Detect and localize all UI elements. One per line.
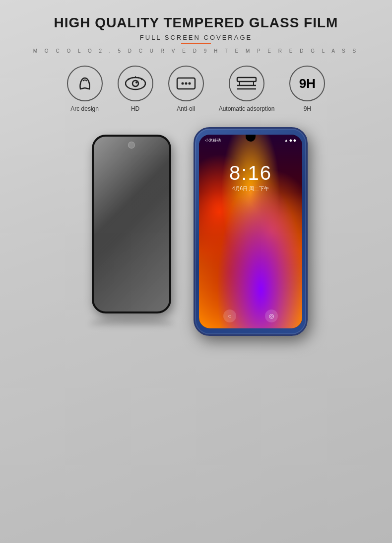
adsorption-svg <box>236 76 257 91</box>
page-container: HIGH QUALITY TEMPERED GLASS FILM FULL SC… <box>0 0 392 543</box>
svg-point-1 <box>132 80 138 86</box>
svg-line-6 <box>138 77 139 78</box>
anti-oil-svg <box>176 76 196 91</box>
phone-signal: ▲ ◆ ◆ <box>284 138 296 143</box>
accent-underline <box>181 43 211 44</box>
phone-carrier: 小米移动 <box>205 138 221 143</box>
glass-protector <box>84 127 179 321</box>
phone-home-icon: ○ <box>223 310 236 322</box>
hd-icon <box>118 66 153 101</box>
features-row: Arc design HD <box>10 66 382 112</box>
glass-notch <box>128 142 135 149</box>
auto-adsorption-icon <box>229 66 264 101</box>
phone-date: 4月6日 周二下午 <box>229 185 272 192</box>
svg-line-4 <box>132 77 132 78</box>
phone-clock: 8:16 <box>229 162 272 184</box>
feature-arc-design: Arc design <box>67 66 103 112</box>
feature-arc-label: Arc design <box>70 105 99 112</box>
phones-row: 小米移动 ▲ ◆ ◆ 8:16 4月6日 周二下午 ○ ◎ <box>10 127 382 533</box>
main-title: HIGH QUALITY TEMPERED GLASS FILM <box>54 15 338 31</box>
svg-point-11 <box>188 82 191 85</box>
arc-design-icon <box>67 66 103 101</box>
svg-point-9 <box>181 82 184 85</box>
phone-camera-icon: ◎ <box>265 310 278 322</box>
glass-shadow <box>89 318 174 328</box>
sub-title: FULL SCREEN COVERAGE <box>140 34 252 41</box>
anti-oil-icon <box>168 66 204 101</box>
glass-shape <box>92 135 171 313</box>
feature-antioil-label: Anti-oil <box>177 105 195 112</box>
phone-wallpaper: 小米移动 ▲ ◆ ◆ 8:16 4月6日 周二下午 ○ ◎ <box>199 135 302 328</box>
svg-point-2 <box>135 81 137 83</box>
feature-9h-label: 9H <box>304 105 311 112</box>
smartphone: 小米移动 ▲ ◆ ◆ 8:16 4月6日 周二下午 ○ ◎ <box>194 127 308 336</box>
svg-point-10 <box>185 82 187 85</box>
feature-9h: 9H 9H <box>289 66 325 112</box>
feature-hd-label: HD <box>131 105 139 112</box>
feature-auto-adsorption: Automatic adsorption <box>219 66 275 112</box>
feature-anti-oil: Anti-oil <box>168 66 204 112</box>
feature-hd: HD <box>118 66 153 112</box>
phone-bottom-nav: ○ ◎ <box>199 310 302 322</box>
phone-screen: 小米移动 ▲ ◆ ◆ 8:16 4月6日 周二下午 ○ ◎ <box>199 135 302 328</box>
tagline: M O C O L O 2 . 5 D C U R V E D 9 H T E … <box>33 48 359 54</box>
9h-icon-circle: 9H <box>289 66 325 101</box>
feature-adsorption-label: Automatic adsorption <box>219 105 275 112</box>
phone-time-display: 8:16 4月6日 周二下午 <box>229 162 272 192</box>
svg-rect-12 <box>237 78 256 81</box>
hd-svg <box>125 76 146 91</box>
arc-svg <box>75 74 94 93</box>
9h-text: 9H <box>299 76 316 91</box>
